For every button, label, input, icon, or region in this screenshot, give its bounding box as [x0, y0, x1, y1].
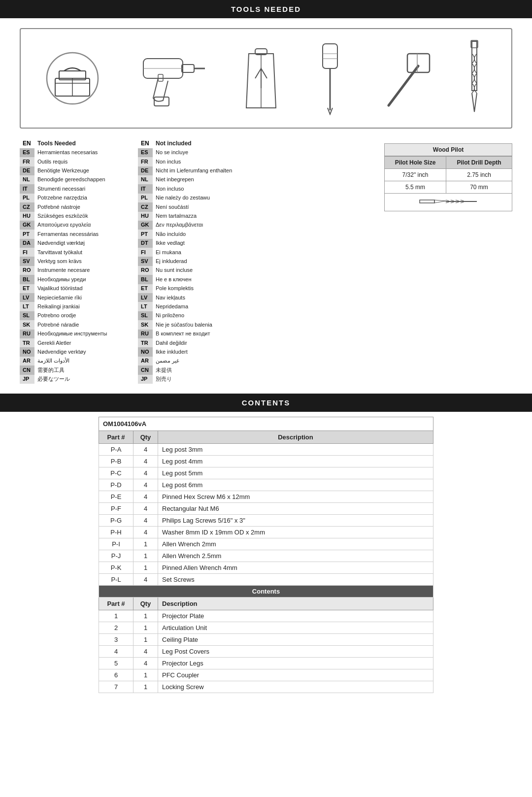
table-row: P-J1Allen Wrench 2.5mm: [99, 550, 433, 562]
pilot-hole-size-header: Pilot Hole Size: [385, 157, 446, 169]
en-code: EN: [20, 138, 34, 148]
table-row: 31Ceiling Plate: [99, 633, 433, 645]
part-hash-header: Part #: [99, 431, 133, 443]
wood-pilot-title: Wood Pilot: [384, 143, 512, 156]
language-tables-wrapper: EN Tools Needed ESHerramientas necesaria…: [20, 138, 512, 384]
table-row: 71Locking Screw: [99, 681, 433, 693]
wood-pilot-section: Wood Pilot Pilot Hole Size Pilot Drill D…: [384, 143, 512, 211]
table-row: 44Leg Post Covers: [99, 645, 433, 657]
contents-divider-row: Contents: [99, 585, 433, 597]
model-row: OM1004106vA: [99, 417, 433, 431]
set-screws-cell: Set Screws: [158, 573, 433, 585]
model-number: OM1004106vA: [99, 417, 433, 431]
table-row: P-A4Leg post 3mm: [99, 443, 433, 455]
table-row: P-K1Pinned Allen Wrench 4mm: [99, 562, 433, 573]
pilot-drill-depth-mm: 70 mm: [446, 181, 512, 194]
not-included-lang-table: EN Not included ESNo se incluye FRNon in…: [138, 138, 246, 384]
drill-icon: [129, 44, 207, 113]
contents-desc-header: Description: [158, 597, 433, 610]
contents-part-header: Part #: [99, 597, 133, 610]
table-row: P-D4Leg post 6mm: [99, 479, 433, 491]
table-row: P-C4Leg post 5mm: [99, 467, 433, 479]
tool-case-icon: [236, 44, 286, 113]
contents-main-table: OM1004106vA Part # Qty Description P-A4L…: [99, 417, 433, 693]
table-row: P-G4Philips Lag Screws 5/16" x 3": [99, 514, 433, 526]
svg-rect-21: [472, 41, 477, 91]
parts-tbody: P-A4Leg post 3mm P-B4Leg post 4mm P-C4Le…: [99, 443, 433, 693]
table-row: 54Projector Legs: [99, 657, 433, 669]
table-row: 61PFC Coupler: [99, 669, 433, 681]
table-row: P-L4Set Screws: [99, 573, 433, 585]
table-row: P-I1Allen Wrench 2mm: [99, 538, 433, 550]
table-row: P-H4Washer 8mm ID x 19mm OD x 2mm: [99, 526, 433, 538]
not-included-header-label: Not included: [153, 138, 246, 148]
projector-legs-cell: Projector Legs: [158, 657, 433, 669]
table-row: 11Projector Plate: [99, 610, 433, 622]
table-row: P-E4Pinned Hex Screw M6 x 12mm: [99, 491, 433, 502]
pilot-drill-depth-inch: 2.75 inch: [446, 169, 512, 181]
drill-bit-icon: [462, 39, 487, 118]
articulation-unit-cell: Articulation Unit: [158, 622, 433, 633]
pilot-hole-size-mm: 5.5 mm: [385, 181, 446, 194]
desc-header: Description: [158, 431, 433, 443]
pilot-drill-depth-header: Pilot Drill Depth: [446, 157, 512, 169]
tools-needed-header: TOOLS NEEDED: [0, 0, 532, 18]
hammer-icon: [374, 46, 433, 110]
contents-column-header: Part # Qty Description: [99, 597, 433, 610]
parts-column-header: Part # Qty Description: [99, 431, 433, 443]
tools-needed-title: TOOLS NEEDED: [231, 5, 301, 13]
table-row: 21Articulation Unit: [99, 622, 433, 633]
screwdriver-icon: [315, 41, 345, 115]
tools-needed-header-label: Tools Needed: [34, 138, 128, 148]
wood-pilot-table: Pilot Hole Size Pilot Drill Depth 7/32" …: [384, 156, 512, 211]
contents-title: CONTENTS: [242, 398, 291, 407]
contents-qty-header: Qty: [133, 597, 158, 610]
tools-needed-lang-table: EN Tools Needed ESHerramientas necesaria…: [20, 138, 128, 384]
qty-header: Qty: [133, 431, 158, 443]
svg-rect-14: [323, 44, 337, 68]
table-row: P-F4Rectangular Nut M6: [99, 502, 433, 514]
contents-header: CONTENTS: [0, 394, 532, 412]
table-row: P-B4Leg post 4mm: [99, 455, 433, 467]
svg-rect-7: [182, 65, 194, 72]
drill-bit-illustration: [419, 197, 478, 206]
tools-section: EN Tools Needed ESHerramientas necesaria…: [0, 18, 532, 394]
pilot-hole-size-inch: 7/32" inch: [385, 169, 446, 181]
contents-section-label: Contents: [99, 585, 433, 597]
toolbox-icon: [45, 51, 100, 105]
projector-plate-cell: Projector Plate: [158, 610, 433, 622]
svg-rect-23: [420, 200, 434, 203]
contents-section: OM1004106vA Part # Qty Description P-A4L…: [0, 412, 532, 708]
svg-rect-19: [407, 54, 430, 72]
tools-image-box: [20, 28, 512, 129]
